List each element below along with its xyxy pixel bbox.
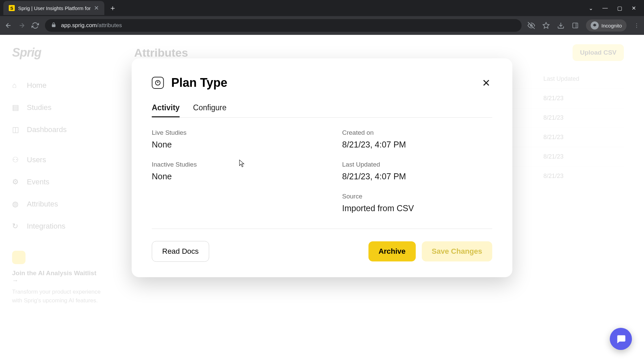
nav-back-icon[interactable] — [5, 22, 12, 29]
chat-icon — [615, 334, 626, 344]
app-viewport: Sprig ⌂Home ▤Studies ◫Dashboards ⚇Users … — [0, 35, 644, 362]
browser-address-bar: app.sprig.com/attributes Incognito ⋮ — [0, 16, 644, 35]
new-tab-button[interactable]: ＋ — [109, 3, 116, 13]
tab-search-icon[interactable]: ⌄ — [589, 5, 593, 11]
tab-close-icon[interactable]: ✕ — [94, 4, 99, 12]
tab-configure[interactable]: Configure — [193, 103, 227, 117]
nav-forward-icon[interactable] — [18, 22, 25, 29]
created-on-value: 8/21/23, 4:07 PM — [342, 140, 492, 149]
intercom-chat-button[interactable] — [610, 328, 632, 350]
tab-activity[interactable]: Activity — [152, 103, 180, 117]
window-close-icon[interactable]: ✕ — [632, 5, 636, 11]
modal-title: Plan Type — [171, 76, 227, 90]
source-label: Source — [342, 193, 492, 200]
browser-tab-bar: S Sprig | User Insights Platform for ✕ ＋… — [0, 0, 644, 16]
incognito-label: Incognito — [601, 23, 622, 28]
created-on-label: Created on — [342, 129, 492, 136]
sprig-favicon: S — [9, 5, 15, 11]
browser-menu-icon[interactable]: ⋮ — [634, 22, 639, 29]
window-minimize-icon[interactable]: — — [602, 5, 608, 11]
last-updated-label: Last Updated — [342, 161, 492, 168]
attribute-detail-modal: Plan Type ✕ Activity Configure Live Stud… — [132, 58, 513, 277]
side-panel-icon[interactable] — [572, 22, 579, 29]
lock-icon — [51, 22, 56, 29]
nav-reload-icon[interactable] — [32, 22, 39, 29]
svg-marker-1 — [543, 22, 549, 28]
save-changes-button: Save Changes — [422, 241, 492, 261]
url-text: app.sprig.com/attributes — [61, 22, 122, 29]
download-icon[interactable] — [557, 22, 565, 29]
svg-rect-2 — [573, 23, 578, 28]
live-studies-label: Live Studies — [152, 129, 302, 136]
browser-tab[interactable]: S Sprig | User Insights Platform for ✕ — [3, 1, 104, 15]
source-value: Imported from CSV — [342, 203, 492, 213]
url-field[interactable]: app.sprig.com/attributes — [45, 19, 522, 32]
incognito-icon — [591, 21, 599, 29]
window-maximize-icon[interactable]: ▢ — [617, 5, 622, 11]
attribute-icon — [152, 77, 164, 89]
modal-tabs: Activity Configure — [152, 103, 492, 118]
inactive-studies-label: Inactive Studies — [152, 161, 302, 168]
inactive-studies-value: None — [152, 172, 302, 181]
bookmark-star-icon[interactable] — [542, 22, 550, 29]
last-updated-value: 8/21/23, 4:07 PM — [342, 172, 492, 181]
read-docs-button[interactable]: Read Docs — [152, 241, 209, 262]
tab-title: Sprig | User Insights Platform for — [18, 5, 91, 11]
incognito-badge[interactable]: Incognito — [586, 19, 627, 32]
modal-close-button[interactable]: ✕ — [480, 77, 492, 89]
eye-off-icon[interactable] — [528, 22, 535, 29]
archive-button[interactable]: Archive — [368, 241, 416, 261]
live-studies-value: None — [152, 140, 302, 149]
